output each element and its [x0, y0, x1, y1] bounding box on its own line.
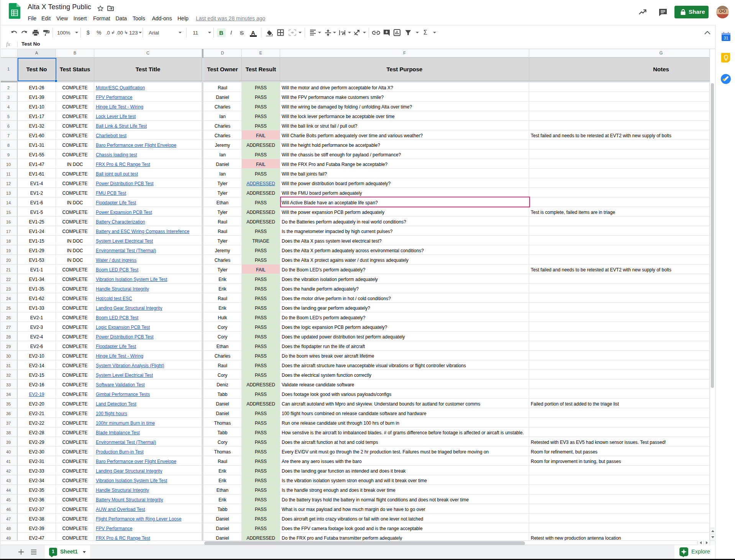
svg-text:31: 31 — [724, 36, 728, 40]
